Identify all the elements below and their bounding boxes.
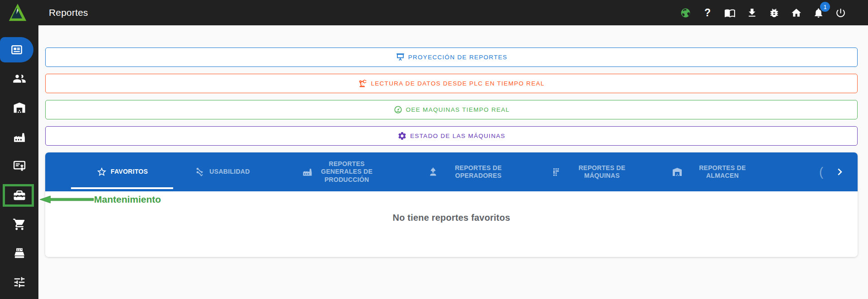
shopping-cart-icon [13,218,26,231]
warehouse-icon [672,166,683,177]
action-label: LECTURA DE DATOS DESDE PLC EN TIEMPO REA… [371,80,544,87]
app-logo [7,2,28,23]
page-title: Reportes [49,7,88,18]
robot-arm-icon [358,79,368,88]
oee-maquinas-button[interactable]: OEE MAQUINAS TIEMPO REAL [45,100,858,119]
sidebar-item-settings[interactable] [0,270,38,295]
users-icon [13,72,26,85]
tab-usabilidad[interactable]: USABILIDAD [173,152,272,191]
sidebar-item-warehouse[interactable] [0,95,38,120]
sidebar [0,25,38,299]
factory-icon [302,166,313,177]
action-label: OEE MAQUINAS TIEMPO REAL [406,106,510,113]
download-icon[interactable] [746,7,758,19]
tab-label: REPORTES DE ALMACEN [686,164,759,180]
tab-bar: FAVORITOS USABILIDAD REPORTES GENERALES … [45,152,858,191]
tab-label: REPORTES GENERALES DE PRODUCCIÓN [316,160,377,184]
topbar-icon-group: ? 1 [679,7,868,19]
tab-paginator: ( [819,152,858,191]
tab-reportes-de-operadores[interactable]: REPORTES DE OPERADORES [407,152,535,191]
tab-reportes-de-almacen[interactable]: REPORTES DE ALMACEN [655,152,776,191]
machines-icon [552,166,562,177]
proyeccion-de-reportes-button[interactable]: PROYECCIÓN DE REPORTES [45,47,858,67]
globe-icon[interactable] [679,7,691,19]
tab-label: REPORTES DE OPERADORES [442,164,514,180]
top-bar: Reportes ? 1 [0,0,868,25]
empty-favorites-message: No tiene reportes favoritos [45,213,858,223]
main-content: PROYECCIÓN DE REPORTES LECTURA DE DATOS … [38,25,868,299]
tab-label: USABILIDAD [209,168,250,176]
reports-panel: FAVORITOS USABILIDAD REPORTES GENERALES … [45,152,858,257]
notifications-icon[interactable]: 1 [812,7,824,19]
tab-favoritos[interactable]: FAVORITOS [71,152,173,191]
manual-book-icon[interactable] [724,7,736,19]
sidebar-item-production[interactable] [0,124,38,149]
notification-badge: 1 [820,2,830,12]
sidebar-item-sales[interactable] [0,241,38,266]
help-icon[interactable]: ? [702,7,713,19]
annotation-arrow [39,195,94,204]
tab-reportes-generales-de-produccion[interactable]: REPORTES GENERALES DE PRODUCCIÓN [272,152,407,191]
tab-reportes-de-maquinas[interactable]: REPORTES DE MÁQUINAS [535,152,655,191]
lectura-plc-button[interactable]: LECTURA DE DATOS DESDE PLC EN TIEMPO REA… [45,74,858,93]
action-label: ESTADO DE LAS MÁQUINAS [410,133,505,139]
power-icon[interactable] [835,7,846,19]
cash-register-icon [13,247,26,260]
warehouse-icon [13,101,26,114]
tab-label: FAVORITOS [111,168,148,176]
annotation-label: Mantenimiento [94,194,161,205]
maintenance-highlight-box [3,184,34,207]
usability-icon [195,166,206,177]
action-label: PROYECCIÓN DE REPORTES [408,54,508,61]
projector-screen-icon [396,52,405,62]
operator-icon [428,166,439,177]
chevron-right-icon[interactable] [834,166,846,178]
bug-report-icon[interactable] [768,7,780,19]
sidebar-item-maintenance[interactable] [0,183,38,208]
gear-icon [397,131,407,141]
paginate-left-icon[interactable]: ( [819,165,823,179]
sidebar-item-reports[interactable] [0,37,38,62]
gauge-icon [393,105,403,114]
favorites-panel-body: No tiene reportes favoritos [45,191,858,257]
estado-maquinas-button[interactable]: ESTADO DE LAS MÁQUINAS [45,126,858,146]
tab-label: REPORTES DE MÁQUINAS [566,164,638,180]
quick-actions: PROYECCIÓN DE REPORTES LECTURA DE DATOS … [38,25,868,146]
certificate-icon [13,159,26,173]
sidebar-item-certificates[interactable] [0,153,38,178]
star-icon [96,166,107,177]
tune-icon [13,275,26,289]
factory-icon [13,130,26,144]
reports-icon [10,43,24,57]
sidebar-item-users[interactable] [0,66,38,91]
home-icon[interactable] [790,7,802,19]
sidebar-item-purchases[interactable] [0,212,38,237]
